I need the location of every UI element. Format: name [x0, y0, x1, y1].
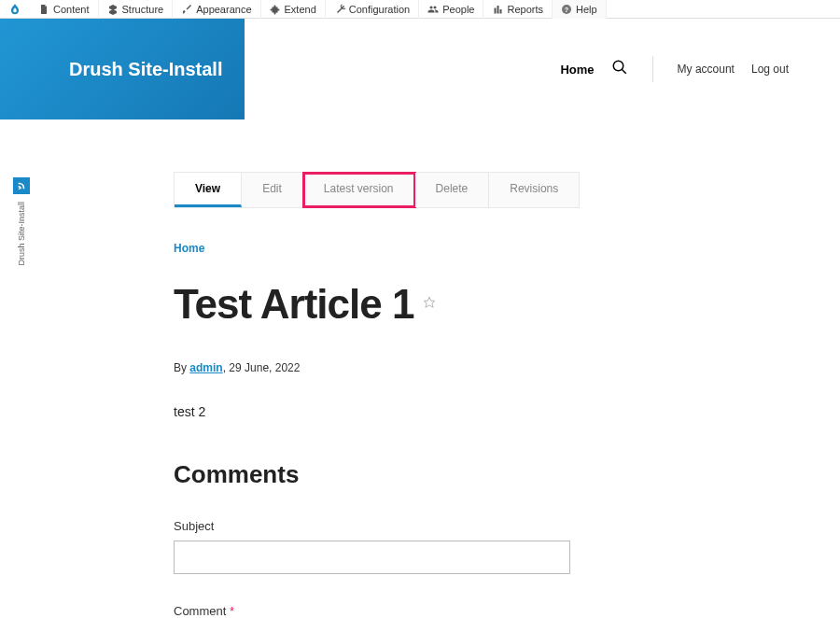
- subject-label: Subject: [174, 519, 752, 533]
- admin-menu-people[interactable]: People: [419, 0, 483, 19]
- tab-latest-version[interactable]: Latest version: [303, 173, 415, 207]
- admin-menu-label: People: [442, 4, 474, 15]
- svg-text:?: ?: [565, 6, 568, 12]
- admin-menu-label: Configuration: [349, 4, 410, 15]
- subject-input[interactable]: [174, 541, 570, 574]
- breadcrumb-home[interactable]: Home: [174, 242, 752, 255]
- rss-icon[interactable]: [13, 177, 30, 194]
- admin-menu-reports[interactable]: Reports: [483, 0, 553, 19]
- svg-line-3: [622, 69, 626, 74]
- admin-toolbar: Content Structure Appearance Extend Conf…: [0, 0, 840, 19]
- local-tasks-tabs: View Edit Latest version Delete Revision…: [174, 172, 580, 208]
- tab-edit[interactable]: Edit: [242, 173, 303, 207]
- admin-menu-label: Content: [53, 4, 90, 15]
- structure-icon: [107, 4, 119, 15]
- star-icon[interactable]: [423, 296, 436, 313]
- chart-icon: [492, 4, 503, 15]
- help-icon: ?: [561, 4, 572, 15]
- admin-menu-label: Extend: [285, 4, 316, 15]
- site-branding[interactable]: Drush Site-Install: [0, 19, 245, 119]
- admin-menu-appearance[interactable]: Appearance: [173, 0, 260, 19]
- article-byline: By admin, 29 June, 2022: [174, 361, 752, 374]
- my-account-link[interactable]: My account: [678, 63, 735, 76]
- page-title: Test Article 1: [174, 281, 413, 328]
- search-icon[interactable]: [611, 59, 628, 79]
- drupal-logo-icon[interactable]: [0, 0, 30, 19]
- site-header: Drush Site-Install Home My account Log o…: [0, 19, 840, 119]
- wrench-icon: [334, 4, 345, 15]
- header-nav: Home My account Log out: [245, 56, 840, 82]
- admin-menu-configuration[interactable]: Configuration: [326, 0, 419, 19]
- main-content: View Edit Latest version Delete Revision…: [174, 119, 752, 618]
- comment-label: Comment *: [174, 604, 752, 618]
- admin-menu-label: Structure: [122, 4, 164, 15]
- subject-label-text: Subject: [174, 519, 214, 533]
- admin-menu-label: Reports: [507, 4, 543, 15]
- log-out-link[interactable]: Log out: [751, 63, 789, 76]
- admin-menu-structure[interactable]: Structure: [99, 0, 174, 19]
- admin-menu-label: Help: [576, 4, 597, 15]
- svg-marker-4: [425, 297, 436, 307]
- tab-delete[interactable]: Delete: [415, 173, 490, 207]
- brush-icon: [181, 4, 192, 15]
- nav-home-link[interactable]: Home: [560, 63, 594, 77]
- people-icon: [427, 4, 439, 15]
- admin-menu-extend[interactable]: Extend: [261, 0, 326, 19]
- file-icon: [38, 4, 49, 15]
- svg-point-2: [613, 61, 623, 71]
- comment-label-text: Comment: [174, 604, 226, 618]
- divider: [652, 56, 653, 82]
- admin-menu-help[interactable]: ? Help: [553, 0, 607, 19]
- article-body: test 2: [174, 404, 752, 419]
- tab-view[interactable]: View: [175, 173, 242, 207]
- comments-heading: Comments: [174, 460, 752, 489]
- byline-prefix: By: [174, 361, 189, 374]
- admin-menu-label: Appearance: [196, 4, 251, 15]
- site-name: Drush Site-Install: [69, 59, 222, 80]
- vertical-badge-text: Drush Site-Install: [17, 202, 26, 266]
- puzzle-icon: [270, 4, 281, 15]
- vertical-site-badge: Drush Site-Install: [13, 177, 30, 266]
- title-row: Test Article 1: [174, 281, 752, 328]
- author-link[interactable]: admin: [189, 361, 222, 374]
- admin-menu-content[interactable]: Content: [30, 0, 99, 19]
- byline-date: , 29 June, 2022: [223, 361, 301, 374]
- required-mark: *: [230, 604, 234, 618]
- tab-revisions[interactable]: Revisions: [489, 173, 579, 207]
